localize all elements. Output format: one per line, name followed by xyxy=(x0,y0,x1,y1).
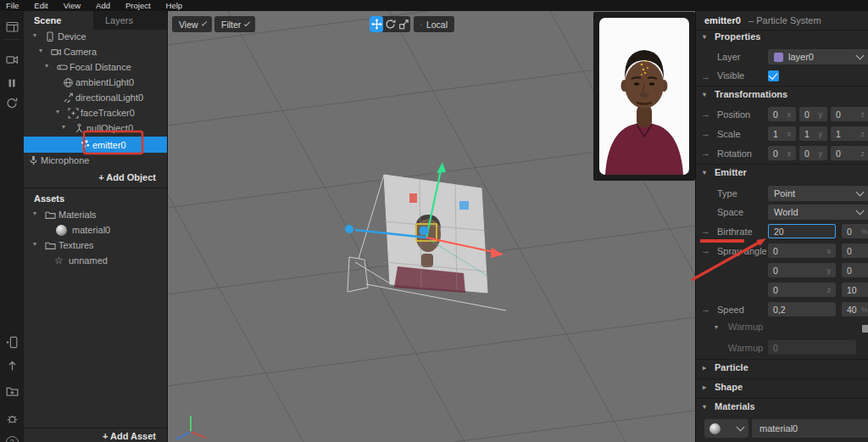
speed-field[interactable]: 0,2 xyxy=(768,302,836,316)
caret-down-icon[interactable]: ▾ xyxy=(62,123,65,131)
position-y-field[interactable]: 0y xyxy=(799,107,827,121)
view-dropdown[interactable]: View xyxy=(172,16,212,32)
import-folder-icon[interactable] xyxy=(0,383,24,400)
filter-dropdown[interactable]: Filter xyxy=(214,16,255,32)
material-row: material0 xyxy=(696,419,868,438)
spray-x-field[interactable]: 0x xyxy=(768,243,836,258)
patch-arrow-icon[interactable]: → xyxy=(701,226,710,236)
pause-icon[interactable] xyxy=(0,75,24,92)
transform-tool-group xyxy=(370,16,410,32)
send-to-device-icon[interactable] xyxy=(0,333,24,350)
asset-item-textures[interactable]: ▾ Textures xyxy=(24,238,167,253)
add-asset-button[interactable]: + Add Asset xyxy=(24,431,167,441)
scale-x-field[interactable]: 1x xyxy=(768,126,796,141)
rotate-tool-button[interactable] xyxy=(383,16,397,32)
scale-tool-button[interactable] xyxy=(397,16,410,32)
menu-add[interactable]: Add xyxy=(96,1,110,10)
caret-down-icon[interactable]: ▾ xyxy=(45,62,48,70)
spray-z-field[interactable]: 0z xyxy=(768,283,836,297)
tree-item-directional-light[interactable]: directionalLight0 xyxy=(24,90,167,105)
menu-project[interactable]: Project xyxy=(125,1,151,10)
asset-item-material0[interactable]: material0 xyxy=(24,222,167,238)
birthrate-field[interactable]: 20 xyxy=(768,224,836,238)
tab-scene[interactable]: Scene xyxy=(24,11,93,30)
patch-arrow-icon[interactable]: → xyxy=(701,304,710,314)
patch-arrow-icon[interactable]: → xyxy=(701,71,710,81)
tree-item-microphone[interactable]: Microphone xyxy=(24,153,167,168)
material-sphere-icon xyxy=(56,225,67,236)
menu-help[interactable]: Help xyxy=(166,1,183,10)
tree-item-camera[interactable]: ▾ Camera xyxy=(24,44,167,59)
scale-icon xyxy=(398,19,409,30)
panel-divider xyxy=(24,187,167,188)
app-window: File Edit View Add Project Help xyxy=(0,0,868,442)
caret-down-icon[interactable]: ▾ xyxy=(33,240,36,248)
tree-item-focal-distance[interactable]: ▾ Focal Distance xyxy=(24,59,167,75)
move-icon xyxy=(371,19,382,30)
caret-down-icon: ▾ xyxy=(703,403,706,411)
rotation-x-field[interactable]: 0x xyxy=(768,146,796,160)
position-z-field[interactable]: 0z xyxy=(831,107,868,121)
local-space-button[interactable]: Local xyxy=(414,16,454,32)
panel-tabs: Scene Layers xyxy=(24,11,167,30)
spray-z-random-field[interactable]: 10 xyxy=(842,283,868,297)
layer-dropdown[interactable]: layer0 xyxy=(768,49,868,64)
restart-icon[interactable] xyxy=(0,94,24,111)
caret-down-icon[interactable]: ▾ xyxy=(33,31,36,39)
visible-checkbox[interactable] xyxy=(768,70,779,81)
scale-y-field[interactable]: 1y xyxy=(799,126,827,141)
spray-x-random-field[interactable]: 0 xyxy=(842,243,868,258)
rotation-z-field[interactable]: 0z xyxy=(831,146,868,160)
caret-down-icon[interactable]: ▾ xyxy=(56,108,59,115)
position-x-field[interactable]: 0x xyxy=(768,107,796,121)
tab-layers[interactable]: Layers xyxy=(93,11,167,30)
help-icon[interactable]: ? xyxy=(0,434,24,442)
chevron-down-icon xyxy=(856,207,865,215)
material-name-field[interactable]: material0 xyxy=(752,419,868,438)
emitter-space-dropdown[interactable]: World xyxy=(768,204,868,220)
tree-item-face-tracker[interactable]: ▾ faceTracker0 xyxy=(24,105,167,120)
caret-down-icon[interactable]: ▾ xyxy=(33,210,36,217)
inspector-panel: emitter0 – Particle System ▾ Properties … xyxy=(695,11,868,442)
patch-arrow-icon[interactable]: → xyxy=(701,128,710,138)
video-camera-icon[interactable] xyxy=(0,51,24,68)
assets-title: Assets xyxy=(34,193,64,204)
face-tracker-icon xyxy=(68,108,79,119)
spray-y-field[interactable]: 0y xyxy=(768,263,836,277)
caret-down-icon: ▾ xyxy=(703,169,706,176)
move-tool-button[interactable] xyxy=(370,16,383,32)
warmup-toggle-cutoff[interactable] xyxy=(862,325,868,333)
chevron-down-icon xyxy=(201,20,207,26)
panel-divider xyxy=(24,428,167,428)
add-object-button[interactable]: + Add Object xyxy=(24,172,167,182)
camera-preview-image xyxy=(593,12,695,181)
caret-down-icon[interactable]: ▾ xyxy=(39,47,42,54)
device-icon xyxy=(45,31,56,42)
warmup-field[interactable]: 0 xyxy=(768,340,856,355)
scale-z-field[interactable]: 1z xyxy=(831,126,868,141)
asset-item-materials[interactable]: ▾ Materials xyxy=(24,207,167,222)
menu-view[interactable]: View xyxy=(64,1,81,10)
emitter-type-dropdown[interactable]: Point xyxy=(768,186,868,201)
export-arrow-icon[interactable] xyxy=(0,357,24,374)
tree-item-emitter[interactable]: emitter0 xyxy=(24,137,167,153)
tree-item-null-object[interactable]: ▾ nullObject0 xyxy=(24,120,167,136)
tree-item-device[interactable]: ▾ Device xyxy=(24,29,167,44)
chevron-down-icon xyxy=(737,423,745,432)
menu-file[interactable]: File xyxy=(6,1,19,10)
asset-item-unnamed[interactable]: ☆ unnamed xyxy=(24,253,167,268)
panels-icon[interactable] xyxy=(0,18,24,35)
patch-arrow-icon[interactable]: → xyxy=(701,245,710,255)
ambient-light-icon xyxy=(63,77,74,88)
patch-arrow-icon[interactable]: → xyxy=(701,148,710,158)
inspector-header: emitter0 – Particle System xyxy=(696,11,868,31)
patch-arrow-icon[interactable]: → xyxy=(701,109,710,119)
spray-y-random-field[interactable]: 0 xyxy=(842,263,868,277)
tree-item-ambient-light[interactable]: ambientLight0 xyxy=(24,75,167,90)
3d-viewport[interactable]: View Filter Local xyxy=(167,11,695,442)
test-bug-icon[interactable] xyxy=(0,410,24,427)
rotation-y-field[interactable]: 0y xyxy=(799,146,827,160)
menu-edit[interactable]: Edit xyxy=(34,1,47,10)
material-sphere-icon xyxy=(709,423,721,434)
material-picker[interactable] xyxy=(704,419,748,438)
